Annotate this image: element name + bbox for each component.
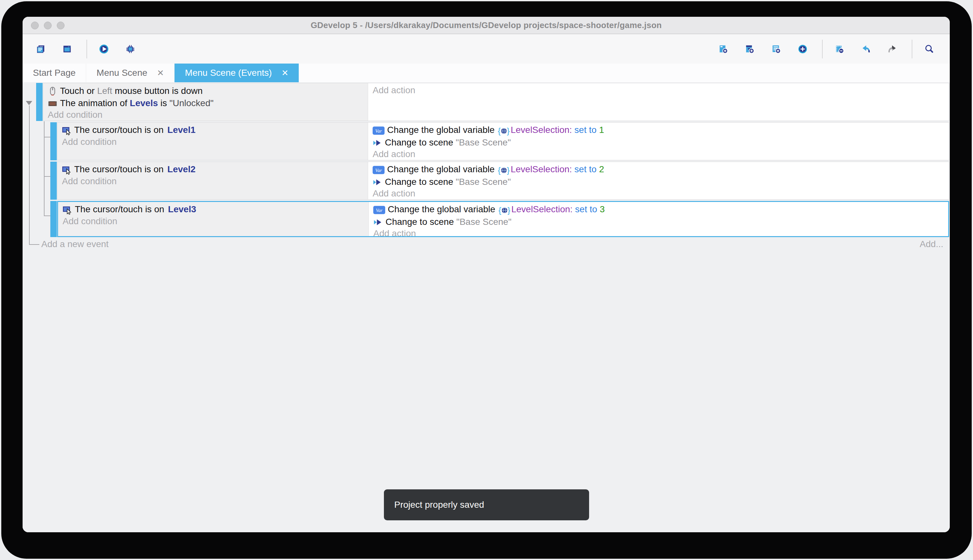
add-action-link[interactable]: Add action xyxy=(368,187,949,199)
event-handle-bar[interactable] xyxy=(50,201,57,237)
add-subevent-icon xyxy=(745,44,755,54)
toolbar-divider xyxy=(822,40,823,58)
toolbar-right-group xyxy=(713,37,942,61)
toolbar xyxy=(23,34,950,63)
global-variable-icon: {} xyxy=(498,203,511,215)
search-button[interactable] xyxy=(919,37,942,61)
add-action-link[interactable]: Add action xyxy=(368,148,949,160)
condition-instruction[interactable]: Touch or Left mouse button is down xyxy=(43,84,368,97)
search-icon xyxy=(924,44,934,54)
action-instruction[interactable]: Change to scene "Base Scene" xyxy=(369,215,948,227)
titlebar: GDevelop 5 - /Users/dkarakay/Documents/G… xyxy=(23,17,950,34)
play-preview-icon xyxy=(99,44,109,54)
minimize-window-button[interactable] xyxy=(44,22,52,29)
gdevelop-window: GDevelop 5 - /Users/dkarakay/Documents/G… xyxy=(23,17,950,532)
variable-icon: Var xyxy=(373,203,385,215)
window-title: GDevelop 5 - /Users/dkarakay/Documents/G… xyxy=(23,17,950,33)
actions-cell: VarChange the global variable {}LevelSel… xyxy=(368,162,949,199)
global-variable-icon: {} xyxy=(498,124,510,136)
add-more-icon xyxy=(798,44,808,54)
cursor-icon xyxy=(62,124,72,136)
action-instruction[interactable]: Change to scene "Base Scene" xyxy=(368,136,949,148)
indent-guide xyxy=(44,215,50,216)
add-condition-link[interactable]: Add condition xyxy=(58,215,368,227)
add-action-link[interactable]: Add action xyxy=(368,84,949,97)
indent-guide xyxy=(44,137,50,137)
svg-text:{: { xyxy=(498,127,501,135)
action-instruction[interactable]: VarChange the global variable {}LevelSel… xyxy=(368,163,949,175)
conditions-cell: The cursor/touch is on Level3 Add condit… xyxy=(58,202,369,236)
actions-cell: Add action xyxy=(368,83,949,121)
scene-icon xyxy=(373,176,382,187)
open-scene-editor-button[interactable] xyxy=(57,37,80,61)
svg-text:{: { xyxy=(498,206,501,215)
redo-button[interactable] xyxy=(882,37,905,61)
tab-menu-scene-events-[interactable]: Menu Scene (Events)✕ xyxy=(175,63,299,82)
add-action-link[interactable]: Add action xyxy=(369,227,948,236)
add-event-icon xyxy=(718,44,728,54)
conditions-cell: The cursor/touch is on 1Level1 Add condi… xyxy=(57,123,368,160)
event-handle-bar[interactable] xyxy=(36,83,43,121)
action-instruction[interactable]: VarChange the global variable {}LevelSel… xyxy=(368,123,949,136)
close-icon[interactable]: ✕ xyxy=(282,68,289,78)
indent-guide xyxy=(29,105,30,245)
redo-icon xyxy=(888,44,897,54)
condition-instruction[interactable]: The cursor/touch is on Level3 xyxy=(58,203,368,215)
indent-guide xyxy=(44,121,45,216)
add-more-link[interactable]: Add... xyxy=(920,239,943,249)
tab-start-page[interactable]: Start Page xyxy=(23,63,86,82)
event-handle-bar[interactable] xyxy=(50,122,57,160)
toolbar-divider xyxy=(912,40,912,58)
variable-icon: Var xyxy=(373,163,385,175)
add-event-button[interactable] xyxy=(713,37,736,61)
collapse-arrow-icon[interactable] xyxy=(26,101,32,105)
toast-message: Project properly saved xyxy=(394,500,484,510)
close-window-button[interactable] xyxy=(31,22,39,29)
add-new-event-link[interactable]: Add a new event xyxy=(41,239,109,249)
add-condition-link[interactable]: Add condition xyxy=(57,136,368,148)
tab-label: Menu Scene (Events) xyxy=(185,68,272,78)
add-comment-icon xyxy=(771,44,781,54)
actions-cell: VarChange the global variable {}LevelSel… xyxy=(369,202,948,236)
undo-icon xyxy=(861,44,871,54)
delete-selection-icon xyxy=(835,44,844,54)
global-variable-icon: {} xyxy=(498,163,510,175)
toolbar-left-group xyxy=(30,37,143,61)
add-condition-link[interactable]: Add condition xyxy=(43,109,368,121)
add-comment-button[interactable] xyxy=(766,37,789,61)
condition-instruction[interactable]: The cursor/touch is on 1Level1 xyxy=(57,123,368,136)
event-row: The cursor/touch is on Level2 Add condit… xyxy=(50,162,949,200)
svg-text:}: } xyxy=(507,166,510,175)
condition-instruction[interactable]: The cursor/touch is on Level2 xyxy=(57,163,368,175)
event-row: The cursor/touch is on 1Level1 Add condi… xyxy=(50,122,949,160)
variable-icon: Var xyxy=(373,124,385,136)
tab-bar: Start PageMenu Scene✕Menu Scene (Events)… xyxy=(23,63,950,82)
zoom-window-button[interactable] xyxy=(57,22,65,29)
add-more-button[interactable] xyxy=(792,37,816,61)
toolbar-divider xyxy=(87,40,87,58)
event-handle-bar[interactable] xyxy=(50,162,57,200)
cursor-icon xyxy=(63,203,72,215)
project-manager-button[interactable] xyxy=(30,37,53,61)
traffic-lights xyxy=(31,22,65,29)
tab-menu-scene[interactable]: Menu Scene✕ xyxy=(86,63,175,82)
svg-text:Var: Var xyxy=(375,168,382,173)
indent-guide xyxy=(29,244,39,245)
action-instruction[interactable]: VarChange the global variable {}LevelSel… xyxy=(369,203,948,215)
svg-text:{: { xyxy=(498,166,501,175)
delete-selection-button[interactable] xyxy=(829,37,852,61)
play-preview-button[interactable] xyxy=(93,37,117,61)
actions-cell: VarChange the global variable {}LevelSel… xyxy=(368,123,949,160)
undo-button[interactable] xyxy=(856,37,879,61)
svg-text:Var: Var xyxy=(376,208,383,213)
add-condition-link[interactable]: Add condition xyxy=(57,175,368,187)
screenshot-stage: GDevelop 5 - /Users/dkarakay/Documents/G… xyxy=(0,0,973,560)
debug-button[interactable] xyxy=(120,37,143,61)
cursor-icon xyxy=(62,163,72,175)
add-subevent-button[interactable] xyxy=(740,37,763,61)
close-icon[interactable]: ✕ xyxy=(157,68,164,78)
condition-instruction[interactable]: The animation of Levels is "Unlocked" xyxy=(43,97,368,109)
action-instruction[interactable]: Change to scene "Base Scene" xyxy=(368,175,949,187)
conditions-cell: The cursor/touch is on Level2 Add condit… xyxy=(57,162,368,199)
tab-label: Start Page xyxy=(33,68,75,78)
